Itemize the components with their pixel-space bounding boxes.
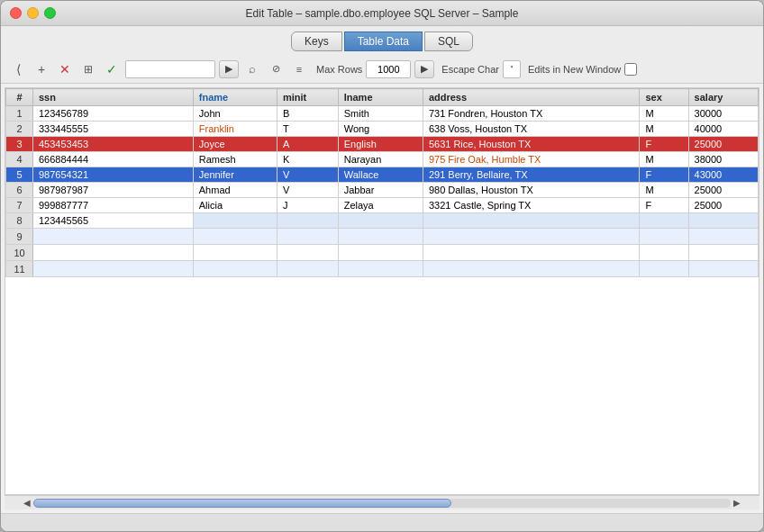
clear-filter-icon[interactable]: ⊘ (266, 59, 286, 79)
table-row[interactable]: 4 666884444 Ramesh K Narayan 975 Fire Oa… (6, 152, 759, 167)
cell-ssn[interactable]: 999887777 (33, 198, 194, 213)
col-header-address[interactable]: address (423, 89, 640, 106)
cell-address[interactable]: 980 Dallas, Houston TX (423, 183, 640, 198)
cell-ssn[interactable]: 453453453 (33, 137, 194, 152)
cell-salary[interactable]: 25000 (688, 198, 758, 213)
cell-address[interactable] (423, 261, 640, 277)
horizontal-scrollbar[interactable]: ◀ ▶ (5, 495, 759, 509)
cell-ssn[interactable]: 333445555 (33, 122, 194, 137)
col-header-lname[interactable]: lname (338, 89, 423, 106)
check-icon[interactable]: ✓ (102, 59, 122, 79)
search-icon[interactable]: ⌕ (242, 59, 262, 79)
table-row[interactable]: 8 (6, 213, 759, 229)
cell-salary[interactable] (688, 213, 758, 229)
maximize-button[interactable] (44, 7, 56, 19)
apply-max-rows-button[interactable]: ▶ (414, 60, 434, 78)
cell-lname[interactable] (338, 229, 423, 245)
table-row[interactable]: 6 987987987 Ahmad V Jabbar 980 Dallas, H… (6, 183, 759, 198)
cell-sex[interactable] (640, 229, 688, 245)
delete-row-icon[interactable]: ✕ (55, 59, 75, 79)
cell-salary[interactable]: 25000 (688, 137, 758, 152)
table-wrapper[interactable]: # ssn fname minit lname address sex sala… (5, 87, 759, 495)
cell-fname[interactable] (193, 213, 277, 229)
sort-icon[interactable]: ≡ (289, 59, 309, 79)
max-rows-input[interactable] (366, 60, 411, 78)
table-row[interactable]: 2 333445555 Franklin T Wong 638 Voss, Ho… (6, 122, 759, 137)
cell-sex[interactable]: M (640, 183, 688, 198)
cell-sex[interactable]: M (640, 122, 688, 137)
cell-fname[interactable]: Ramesh (193, 152, 277, 167)
tab-keys[interactable]: Keys (291, 32, 342, 51)
cell-fname[interactable] (193, 261, 277, 277)
cell-minit[interactable]: K (277, 152, 338, 167)
cell-salary[interactable]: 30000 (688, 106, 758, 122)
cell-sex[interactable] (640, 245, 688, 261)
cell-ssn[interactable] (33, 245, 194, 261)
cell-salary[interactable]: 43000 (688, 167, 758, 183)
cell-sex[interactable]: F (640, 198, 688, 213)
cell-fname[interactable]: Franklin (193, 122, 277, 137)
col-header-fname[interactable]: fname (193, 89, 277, 106)
cell-lname[interactable] (338, 245, 423, 261)
cell-salary[interactable]: 38000 (688, 152, 758, 167)
col-header-ssn[interactable]: ssn (33, 89, 194, 106)
cell-ssn[interactable] (33, 229, 194, 245)
cell-salary[interactable]: 40000 (688, 122, 758, 137)
table-row[interactable]: 5 987654321 Jennifer V Wallace 291 Berry… (6, 167, 759, 183)
cell-address[interactable] (423, 245, 640, 261)
cell-ssn[interactable]: 123456789 (33, 106, 194, 122)
cell-lname[interactable] (338, 213, 423, 229)
edits-new-window-checkbox[interactable] (624, 63, 637, 76)
table-row[interactable]: 3 453453453 Joyce A English 5631 Rice, H… (6, 137, 759, 152)
table-row[interactable]: 1 123456789 John B Smith 731 Fondren, Ho… (6, 106, 759, 122)
cell-fname[interactable] (193, 245, 277, 261)
cell-minit[interactable] (277, 261, 338, 277)
table-row[interactable]: 7 999887777 Alicia J Zelaya 3321 Castle,… (6, 198, 759, 213)
cell-fname[interactable]: Alicia (193, 198, 277, 213)
cell-lname[interactable]: Wallace (338, 167, 423, 183)
scrollbar-track[interactable] (33, 499, 731, 508)
cell-sex[interactable]: M (640, 152, 688, 167)
cell-salary[interactable] (688, 245, 758, 261)
cell-lname[interactable]: Wong (338, 122, 423, 137)
tab-table-data[interactable]: Table Data (344, 32, 423, 51)
cell-fname[interactable]: Joyce (193, 137, 277, 152)
cell-address[interactable]: 975 Fire Oak, Humble TX (423, 152, 640, 167)
cell-sex[interactable]: M (640, 106, 688, 122)
cell-sex[interactable]: F (640, 137, 688, 152)
col-header-minit[interactable]: minit (277, 89, 338, 106)
tab-sql[interactable]: SQL (424, 32, 473, 51)
minimize-button[interactable] (27, 7, 39, 19)
cell-sex[interactable]: F (640, 167, 688, 183)
scrollbar-thumb[interactable] (33, 499, 451, 508)
cell-minit[interactable]: V (277, 167, 338, 183)
cell-salary[interactable] (688, 261, 758, 277)
table-row[interactable]: 9 (6, 229, 759, 245)
cell-address[interactable] (423, 229, 640, 245)
cell-address[interactable]: 3321 Castle, Spring TX (423, 198, 640, 213)
cell-minit[interactable] (277, 245, 338, 261)
cell-address[interactable]: 291 Berry, Bellaire, TX (423, 167, 640, 183)
close-button[interactable] (10, 7, 22, 19)
cell-address[interactable] (423, 213, 640, 229)
table-row[interactable]: 11 (6, 261, 759, 277)
table-row[interactable]: 10 (6, 245, 759, 261)
scroll-left-icon[interactable]: ◀ (21, 497, 33, 509)
cell-fname[interactable]: Ahmad (193, 183, 277, 198)
cell-salary[interactable] (688, 229, 758, 245)
ssn-edit-input[interactable] (39, 215, 120, 226)
cell-minit[interactable]: J (277, 198, 338, 213)
cell-minit[interactable]: B (277, 106, 338, 122)
escape-char-input[interactable] (503, 60, 521, 78)
cell-minit[interactable]: V (277, 183, 338, 198)
cell-minit[interactable] (277, 213, 338, 229)
filter-input[interactable] (125, 60, 215, 78)
cell-sex[interactable] (640, 261, 688, 277)
cell-ssn-editing[interactable] (33, 213, 194, 229)
add-row-icon[interactable]: + (32, 59, 51, 79)
cell-address[interactable]: 5631 Rice, Houston TX (423, 137, 640, 152)
col-header-sex[interactable]: sex (640, 89, 688, 106)
cell-lname[interactable]: Zelaya (338, 198, 423, 213)
cell-minit[interactable]: T (277, 122, 338, 137)
cell-fname[interactable]: John (193, 106, 277, 122)
